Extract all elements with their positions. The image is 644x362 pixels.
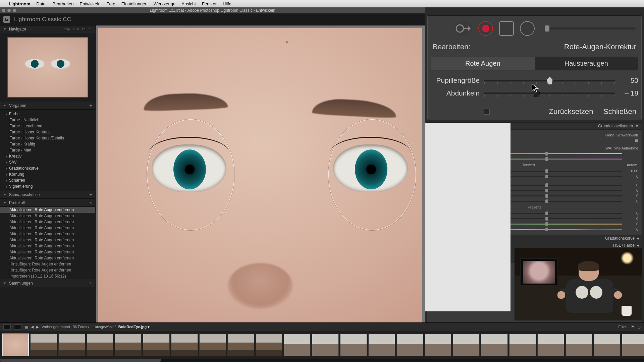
pupil-size-slider[interactable]	[484, 80, 615, 81]
second-monitor-icon[interactable]	[3, 324, 11, 329]
preset-item[interactable]: Farbe - Natürlich	[0, 117, 95, 123]
navigator-preview[interactable]	[0, 33, 95, 102]
navigator-header[interactable]: ▼ Navigator Einp. Ausf. 1:1 3:1	[0, 25, 95, 33]
history-item[interactable]: Aktualisieren: Rote Augen entfernen	[0, 213, 95, 219]
spot-tool-icon[interactable]	[454, 21, 472, 36]
auto-button[interactable]: Autom.	[627, 163, 638, 167]
filter-lock-icon[interactable]: ◻	[638, 325, 641, 329]
treatment-color[interactable]: Farbe	[605, 133, 614, 137]
preset-group[interactable]: ▸S/W	[0, 159, 95, 165]
zoom-fit[interactable]: Einp.	[64, 27, 71, 31]
filmstrip-thumb[interactable]	[199, 334, 226, 356]
filmstrip-thumb[interactable]	[368, 334, 395, 356]
menu-tools[interactable]: Werkzeuge	[154, 1, 176, 6]
crop-tool-icon[interactable]	[433, 21, 448, 36]
zoom-11[interactable]: 1:1	[82, 27, 86, 31]
snapshots-header[interactable]: ▼Schnappschüsse+	[0, 191, 95, 199]
history-header[interactable]: ▼Protokoll×	[0, 199, 95, 207]
add-collection-icon[interactable]: +	[89, 281, 92, 286]
close-button[interactable]: Schließen	[603, 107, 636, 116]
history-item[interactable]: Aktualisieren: Rote Augen entfernen	[0, 219, 95, 225]
pin-toggle[interactable]	[484, 109, 490, 115]
history-item[interactable]: Importieren (13.12.18 16:56:12)	[0, 273, 95, 279]
traffic-min[interactable]	[7, 9, 11, 12]
filmstrip-thumb[interactable]	[143, 334, 170, 356]
redeye-tool-icon[interactable]	[478, 21, 493, 36]
history-item[interactable]: Aktualisieren: Rote Augen entfernen	[0, 237, 95, 243]
menu-develop[interactable]: Entwickeln	[80, 1, 101, 6]
filmstrip-thumb[interactable]	[622, 334, 644, 356]
mac-menubar[interactable]: Lightroom Datei Bearbeiten Entwickeln Fo…	[0, 0, 644, 7]
filmstrip-thumb[interactable]	[256, 334, 282, 356]
filmstrip-scrollbar[interactable]	[0, 359, 644, 362]
filmstrip-thumb[interactable]	[509, 334, 536, 356]
app-menu[interactable]: Lightroom	[9, 1, 30, 6]
menu-photo[interactable]: Foto	[107, 1, 115, 6]
filmstrip-thumb[interactable]	[453, 334, 480, 356]
mask-slider[interactable]	[545, 27, 636, 29]
profile-grid-icon[interactable]: ▦	[635, 138, 638, 143]
preset-group[interactable]: ▸Kreativ	[0, 153, 95, 159]
menu-edit[interactable]: Bearbeiten	[53, 1, 74, 6]
menu-view[interactable]: Ansicht	[181, 1, 196, 6]
filmstrip-thumb[interactable]	[171, 334, 198, 356]
add-preset-icon[interactable]: +	[89, 103, 92, 108]
preset-item[interactable]: Farbe - Kräftig	[0, 141, 95, 147]
filmstrip-thumb[interactable]	[87, 334, 113, 356]
zoom-31[interactable]: 3:1	[88, 27, 92, 31]
preset-item[interactable]: Farbe - Hoher Kontrast	[0, 129, 95, 135]
history-item[interactable]: Hinzufügen: Rote Augen entfernen	[0, 261, 95, 267]
history-item[interactable]: Aktualisieren: Rote Augen entfernen	[0, 249, 95, 255]
grid-toggle-icon[interactable]: ▦	[25, 325, 28, 329]
traffic-close[interactable]	[2, 9, 5, 12]
preset-item[interactable]: Farbe - Matt	[0, 147, 95, 153]
wb-value[interactable]: Wie Aufnahme	[614, 146, 638, 150]
history-item[interactable]: Aktualisieren: Rote Augen entfernen	[0, 225, 95, 231]
filmstrip-source[interactable]: Vorheriger Import	[42, 325, 70, 329]
tab-redeye[interactable]: Rote Augen	[431, 57, 535, 70]
filmstrip-thumb[interactable]	[481, 334, 508, 356]
reset-button[interactable]: Zurücksetzen	[549, 107, 593, 116]
preset-item[interactable]: Farbe - Leuchtend	[0, 123, 95, 129]
preset-group[interactable]: ▸Gradationskurve	[0, 165, 95, 171]
filmstrip-thumb[interactable]	[537, 334, 564, 356]
filmstrip-thumb[interactable]	[2, 334, 29, 356]
add-snapshot-icon[interactable]: +	[89, 192, 92, 197]
filmstrip-thumb[interactable]	[340, 334, 367, 356]
treatment-bw[interactable]: Schwarzweiß	[616, 133, 638, 137]
filmstrip-thumbs[interactable]	[0, 331, 644, 359]
preset-group[interactable]: ▸Körnung	[0, 171, 95, 177]
history-item[interactable]: Aktualisieren: Rote Augen entfernen	[0, 231, 95, 237]
filmstrip-thumb[interactable]	[284, 334, 311, 356]
preset-item[interactable]: Farbe - Hoher Kontrast/Details	[0, 135, 95, 141]
history-item[interactable]: Aktualisieren: Rote Augen entfernen	[0, 255, 95, 261]
zoom-fill[interactable]: Ausf.	[72, 27, 79, 31]
menu-help[interactable]: Hilfe	[223, 1, 231, 6]
filmstrip-thumb[interactable]	[396, 334, 423, 356]
filmstrip-thumb[interactable]	[312, 334, 339, 356]
disclosure-icon[interactable]: ▼	[635, 124, 639, 128]
history-item[interactable]: Aktualisieren: Rote Augen entfernen	[0, 207, 95, 213]
filmstrip-thumb[interactable]	[58, 334, 85, 356]
clear-history-icon[interactable]: ×	[89, 200, 92, 205]
menu-settings[interactable]: Einstellungen	[121, 1, 148, 6]
traffic-max[interactable]	[13, 9, 16, 12]
image-canvas[interactable]	[96, 25, 425, 354]
nav-back-icon[interactable]: ◀	[31, 325, 34, 329]
preset-group[interactable]: ▾Farbe	[0, 111, 95, 117]
filmstrip-filename[interactable]: BoldRedEye.jpg ▾	[118, 325, 150, 329]
menu-window[interactable]: Fenster	[202, 1, 217, 6]
preset-group[interactable]: ▸Schärfen	[0, 177, 95, 183]
filmstrip-thumb[interactable]	[227, 334, 254, 356]
basic-header[interactable]: Grundeinstellungen	[598, 124, 633, 128]
filmstrip-thumb[interactable]	[566, 334, 592, 356]
filmstrip-thumb[interactable]	[30, 334, 57, 356]
darken-slider[interactable]	[484, 93, 615, 94]
filmstrip-thumb[interactable]	[115, 334, 142, 356]
filter-flag-icon[interactable]: ⚑	[631, 325, 634, 329]
filmstrip-thumb[interactable]	[594, 334, 621, 356]
filmstrip-thumb[interactable]	[425, 334, 451, 356]
nav-fwd-icon[interactable]: ▶	[36, 325, 39, 329]
history-item[interactable]: Hinzufügen: Rote Augen entfernen	[0, 267, 95, 273]
history-item[interactable]: Aktualisieren: Rote Augen entfernen	[0, 243, 95, 249]
